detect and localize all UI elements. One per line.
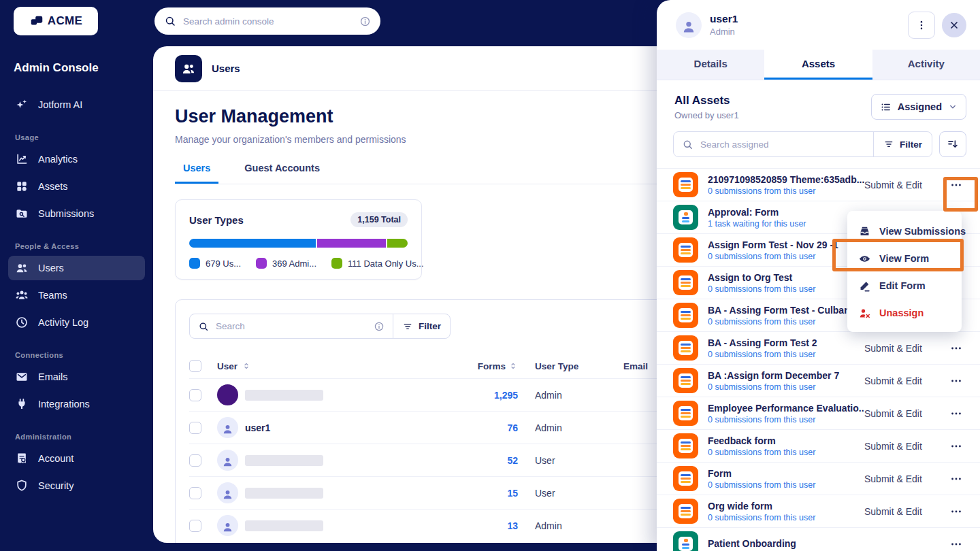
drawer-tab[interactable]: Assets	[764, 50, 872, 80]
redacted-name	[245, 455, 323, 466]
bar-segment	[387, 239, 408, 248]
forms-count-link[interactable]: 76	[507, 422, 518, 433]
asset-subtitle-link[interactable]: 1 task waiting for this user	[708, 219, 864, 229]
sort-updown-icon[interactable]	[508, 361, 518, 371]
asset-subtitle-link[interactable]: 0 submissions from this user	[708, 480, 864, 490]
row-checkbox[interactable]	[189, 487, 201, 499]
asset-subtitle-link[interactable]: 0 submissions from this user	[708, 317, 864, 327]
forms-count-link[interactable]: 13	[507, 520, 518, 531]
asset-access-level: Submit & Edit	[864, 180, 941, 190]
context-menu-item[interactable]: View Submissions	[847, 218, 962, 245]
column-user-type[interactable]: User Type	[535, 361, 606, 371]
column-user[interactable]: User	[217, 361, 238, 371]
person-icon	[221, 520, 234, 533]
asset-more-button[interactable]	[941, 341, 972, 355]
asset-subtitle-link[interactable]: 0 submissions from this user	[708, 350, 864, 359]
admin-search-bar[interactable]	[154, 7, 380, 35]
row-checkbox[interactable]	[189, 389, 201, 401]
asset-subtitle-link[interactable]: 0 submissions from this user	[708, 252, 864, 261]
asset-subtitle-link[interactable]: 0 submissions from this user	[708, 284, 864, 294]
analytics-icon	[15, 152, 29, 166]
asset-type-icon	[673, 172, 698, 197]
sidebar-item[interactable]: Teams	[8, 283, 145, 307]
tab[interactable]: Guest Accounts	[236, 163, 328, 184]
sidebar-item[interactable]: Jotform AI	[8, 93, 145, 117]
table-search-input[interactable]	[216, 321, 367, 331]
asset-row[interactable]: Org wide form 0 submissions from this us…	[657, 495, 980, 528]
drawer-close-button[interactable]	[942, 13, 966, 37]
info-icon[interactable]	[374, 321, 385, 332]
drawer-more-button[interactable]	[908, 12, 935, 39]
asset-subtitle-link[interactable]: 0 submissions from this user	[708, 448, 864, 457]
sidebar-item[interactable]: Emails	[8, 365, 145, 389]
assets-sort-button[interactable]	[939, 131, 966, 157]
assets-search-input[interactable]	[700, 139, 865, 150]
legend-swatch	[256, 258, 267, 269]
asset-title: BA - Assing Form Test - Culban	[708, 305, 864, 316]
assets-search[interactable]	[674, 132, 873, 156]
asset-more-button[interactable]	[941, 407, 972, 420]
sort-updown-icon[interactable]	[242, 361, 251, 371]
row-checkbox[interactable]	[189, 520, 201, 532]
drawer-tab[interactable]: Activity	[872, 50, 980, 80]
asset-row[interactable]: Feedback form 0 submissions from this us…	[657, 430, 980, 463]
bar-segment	[189, 239, 316, 248]
asset-row[interactable]: BA - Assing Form Test 2 0 submissions fr…	[657, 332, 980, 365]
asset-context-menu: View Submissions View Form Edit Form Una…	[847, 211, 962, 332]
asset-row[interactable]: BA :Assign form December 7 0 submissions…	[657, 365, 980, 397]
sidebar-item[interactable]: Analytics	[8, 147, 145, 171]
user-type: Admin	[535, 390, 606, 401]
asset-row[interactable]: Form 0 submissions from this user Submit…	[657, 463, 980, 495]
assigned-scope-dropdown[interactable]: Assigned	[871, 94, 966, 120]
asset-subtitle-link[interactable]: 0 submissions from this user	[708, 382, 864, 392]
asset-more-button[interactable]	[941, 472, 972, 486]
sidebar-item[interactable]: Security	[8, 473, 145, 498]
column-forms[interactable]: Forms	[478, 361, 506, 371]
asset-title: BA - Assing Form Test 2	[708, 337, 864, 348]
asset-access-level: Submit & Edit	[864, 375, 941, 386]
forms-count-link[interactable]: 15	[507, 488, 518, 499]
forms-count-link[interactable]: 1,295	[494, 390, 518, 401]
sidebar-item[interactable]: Account	[8, 446, 145, 471]
user-types-card: User Types 1,159 Total 679 Us... 369 Adm…	[175, 199, 422, 280]
asset-row[interactable]: 210971098520859 Theme:635adb... 0 submis…	[657, 169, 980, 201]
context-menu-item[interactable]: Edit Form	[847, 272, 962, 299]
drawer-tab[interactable]: Details	[657, 50, 764, 80]
asset-more-button[interactable]	[941, 505, 972, 518]
admin-search-input[interactable]	[183, 16, 353, 27]
context-menu-item[interactable]: Unassign	[847, 299, 962, 327]
assets-filter-button[interactable]: Filter	[873, 132, 932, 156]
info-icon[interactable]	[359, 16, 371, 27]
select-all-checkbox[interactable]	[189, 360, 201, 372]
asset-more-button[interactable]	[941, 439, 972, 453]
forms-count-link[interactable]: 52	[507, 455, 518, 466]
context-menu-item[interactable]: View Form	[847, 245, 962, 272]
row-checkbox[interactable]	[189, 422, 201, 434]
drawer-user-name: user1	[710, 13, 908, 25]
asset-row[interactable]: Employee Performance Evaluatio... 0 subm…	[657, 397, 980, 430]
asset-subtitle-link[interactable]: 0 submissions from this user	[708, 415, 864, 424]
legend-label: 679 Us...	[206, 258, 241, 269]
asset-more-button[interactable]	[941, 374, 972, 388]
asset-subtitle-link[interactable]: 0 submissions from this user	[708, 186, 864, 196]
legend-label: 369 Admi...	[272, 258, 316, 269]
asset-more-button[interactable]	[941, 178, 972, 192]
sidebar-item[interactable]: Assets	[8, 174, 145, 199]
sidebar-item[interactable]: Activity Log	[8, 310, 145, 335]
ellipsis-icon	[949, 341, 963, 355]
sidebar-item[interactable]: Integrations	[8, 392, 145, 416]
sort-icon	[947, 138, 959, 150]
sidebar-item[interactable]: Submissions	[8, 201, 145, 226]
sidebar-item[interactable]: Users	[8, 256, 145, 280]
asset-type-icon	[673, 368, 698, 393]
row-checkbox[interactable]	[189, 454, 201, 467]
person-icon	[221, 488, 234, 501]
tab[interactable]: Users	[175, 163, 218, 184]
asset-more-button[interactable]	[941, 537, 972, 551]
asset-row[interactable]: Patient Onboarding	[657, 528, 980, 551]
sidebar-item-label: Integrations	[38, 399, 90, 410]
asset-subtitle-link[interactable]: 0 submissions from this user	[708, 513, 864, 522]
table-filter-button[interactable]: Filter	[393, 314, 450, 338]
acme-logo[interactable]: ACME	[14, 7, 98, 35]
table-search[interactable]	[190, 314, 393, 338]
